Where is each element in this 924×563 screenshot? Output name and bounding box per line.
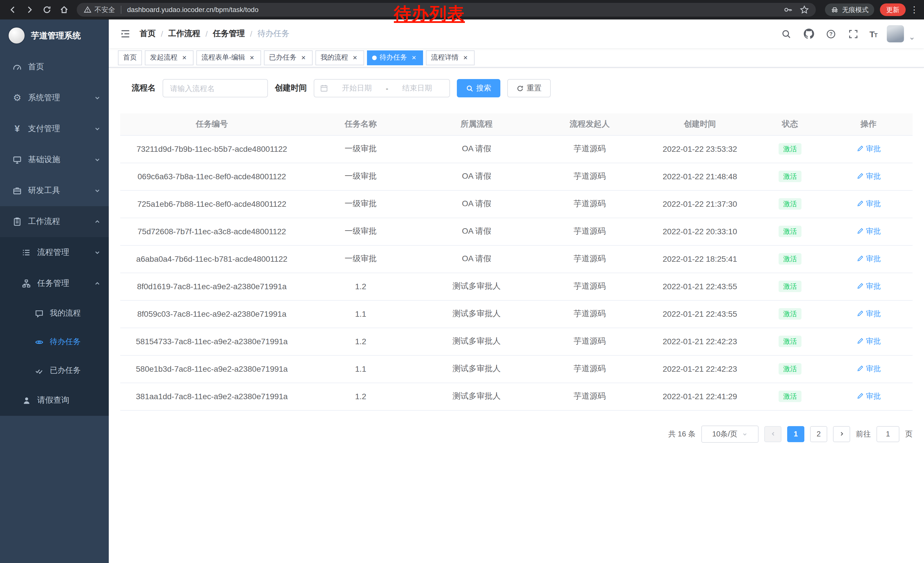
goto-page-input[interactable]: [876, 426, 899, 442]
tab-form-edit[interactable]: 流程表单-编辑×: [196, 50, 261, 65]
cell-process-name: 测试多审批人: [418, 327, 535, 355]
github-icon[interactable]: [802, 27, 815, 40]
browser-reload-button[interactable]: [39, 2, 55, 18]
chevron-down-icon[interactable]: [909, 36, 915, 41]
sidebar-item-label: 任务管理: [37, 278, 69, 289]
tab-process-detail[interactable]: 流程详情×: [426, 50, 475, 65]
approve-link[interactable]: 审批: [856, 171, 881, 182]
sidebar-item-dev-tools[interactable]: 研发工具: [0, 175, 109, 206]
approve-link[interactable]: 审批: [856, 309, 881, 319]
gear-icon: ⚙: [12, 93, 23, 102]
table-row: 8f0d1619-7ac8-11ec-a9e2-a2380e71991a1.2测…: [120, 273, 912, 300]
refresh-icon: [516, 84, 524, 92]
tab-label: 流程表单-编辑: [201, 53, 245, 62]
reset-button-label: 重置: [527, 83, 542, 93]
date-range-picker[interactable]: 开始日期 - 结束日期: [314, 79, 450, 98]
sidebar-item-task-mgmt[interactable]: 任务管理: [0, 268, 109, 299]
search-button-label: 搜索: [476, 83, 491, 93]
approve-link-label: 审批: [866, 364, 881, 374]
help-icon[interactable]: ?: [825, 27, 837, 40]
tab-close-icon[interactable]: ×: [410, 54, 418, 62]
reset-button[interactable]: 重置: [507, 79, 551, 98]
tab-close-icon[interactable]: ×: [248, 54, 256, 62]
breadcrumb-separator: /: [161, 29, 163, 38]
cell-task-id: 73211d9d-7b9b-11ec-b5b7-acde48001122: [120, 135, 303, 163]
tab-close-icon[interactable]: ×: [299, 54, 308, 62]
sidebar-toggle-icon[interactable]: [118, 29, 136, 39]
tab-todo-tasks[interactable]: 待办任务×: [367, 50, 423, 65]
security-status[interactable]: 不安全: [84, 5, 115, 15]
sidebar-item-infrastructure[interactable]: 基础设施: [0, 144, 109, 175]
bookmark-star-icon[interactable]: [800, 5, 809, 14]
breadcrumb: 首页 / 工作流程 / 任务管理 / 待办任务: [140, 29, 290, 39]
cell-task-id: 069c6a63-7b8a-11ec-8ef0-acde48001122: [120, 163, 303, 190]
main-content: 首页 / 工作流程 / 任务管理 / 待办任务 ?: [109, 20, 924, 563]
approve-link[interactable]: 审批: [856, 199, 881, 209]
sidebar-item-home[interactable]: 首页: [0, 51, 109, 83]
page-size-select[interactable]: 10条/页: [701, 425, 759, 443]
page-button-1[interactable]: 1: [787, 426, 804, 442]
tab-close-icon[interactable]: ×: [461, 54, 470, 62]
browser-menu-dots-icon[interactable]: ⋮: [909, 5, 920, 15]
sidebar-item-payment-mgmt[interactable]: ¥ 支付管理: [0, 113, 109, 144]
cell-task-id: 75d72608-7b7f-11ec-a3c8-acde48001122: [120, 218, 303, 245]
approve-link[interactable]: 审批: [856, 254, 881, 264]
search-button[interactable]: 搜索: [457, 79, 500, 98]
breadcrumb-task-mgmt[interactable]: 任务管理: [213, 29, 245, 39]
tab-done-tasks[interactable]: 已办任务×: [264, 50, 313, 65]
breadcrumb-home[interactable]: 首页: [140, 29, 156, 39]
approve-link[interactable]: 审批: [856, 144, 881, 154]
cell-task-id: 381aa1dd-7ac8-11ec-a9e2-a2380e71991a: [120, 383, 303, 410]
chevron-down-icon: [94, 125, 101, 132]
approve-link[interactable]: 审批: [856, 281, 881, 291]
cell-process-name: 测试多审批人: [418, 383, 535, 410]
start-date-placeholder: 开始日期: [330, 83, 384, 93]
password-key-icon[interactable]: [784, 5, 793, 14]
sidebar-item-leave-query[interactable]: 请假查询: [0, 385, 109, 416]
toolbox-icon: [12, 186, 23, 195]
cell-action: 审批: [824, 273, 912, 300]
sidebar-item-process-mgmt[interactable]: 流程管理: [0, 237, 109, 268]
cell-task-name: 1.1: [303, 355, 418, 383]
sidebar-item-system-mgmt[interactable]: ⚙ 系统管理: [0, 83, 109, 113]
browser-home-button[interactable]: [56, 2, 72, 18]
process-name-input[interactable]: [163, 79, 268, 98]
tab-start-process[interactable]: 发起流程×: [145, 50, 194, 65]
edit-pen-icon: [856, 255, 864, 263]
header-initiator: 流程发起人: [535, 113, 644, 135]
sidebar-item-workflow[interactable]: 工作流程: [0, 206, 109, 237]
fullscreen-icon[interactable]: [847, 27, 860, 40]
tab-close-icon[interactable]: ×: [180, 54, 188, 62]
approve-link[interactable]: 审批: [856, 391, 881, 401]
tab-my-process[interactable]: 我的流程×: [315, 50, 364, 65]
font-size-icon[interactable]: TT: [869, 29, 877, 39]
cell-action: 审批: [824, 245, 912, 273]
breadcrumb-workflow[interactable]: 工作流程: [168, 29, 200, 39]
browser-back-button[interactable]: [4, 2, 21, 18]
page-button-2[interactable]: 2: [810, 426, 827, 442]
approve-link[interactable]: 审批: [856, 336, 881, 347]
browser-update-button[interactable]: 更新: [880, 3, 906, 16]
next-page-button[interactable]: [833, 426, 850, 442]
header-task-name: 任务名称: [303, 113, 418, 135]
browser-forward-button[interactable]: [22, 2, 38, 18]
page-size-value: 10条/页: [712, 429, 737, 439]
prev-page-button[interactable]: [764, 426, 782, 442]
screen: 不安全 dashboard.yudao.iocoder.cn/bpm/task/…: [0, 0, 924, 563]
cell-create-time: 2022-01-22 21:37:30: [644, 190, 756, 218]
search-icon[interactable]: [780, 27, 793, 40]
approve-link-label: 审批: [866, 199, 881, 209]
tab-home[interactable]: 首页: [118, 50, 142, 65]
sidebar-item-done-task[interactable]: 已办任务: [0, 356, 109, 385]
sidebar-item-todo-task[interactable]: 待办任务: [0, 327, 109, 356]
tab-close-icon[interactable]: ×: [351, 54, 359, 62]
sidebar-item-my-process[interactable]: 我的流程: [0, 299, 109, 327]
address-bar[interactable]: 不安全 dashboard.yudao.iocoder.cn/bpm/task/…: [77, 3, 816, 17]
breadcrumb-current: 待办任务: [257, 29, 290, 39]
approve-link[interactable]: 审批: [856, 226, 881, 237]
approve-link[interactable]: 审批: [856, 364, 881, 374]
user-avatar[interactable]: [887, 25, 904, 42]
cell-create-time: 2022-01-22 20:33:10: [644, 218, 756, 245]
filter-bar: 流程名 创建时间 开始日期 - 结束日期 搜索 重置: [109, 68, 924, 98]
sidebar-item-label: 流程管理: [37, 248, 69, 258]
